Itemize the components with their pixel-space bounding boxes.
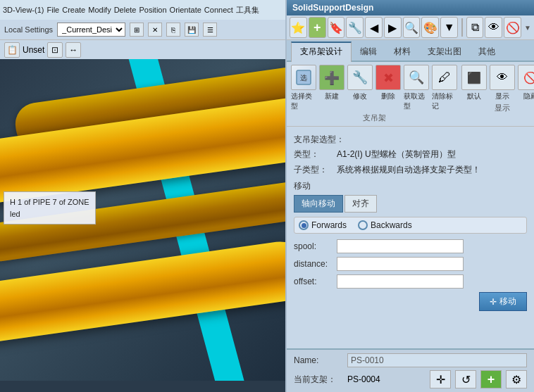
clear-mark-btn[interactable]: 🖊 [432, 65, 457, 90]
tab-other[interactable]: 其他 [470, 42, 504, 61]
tb-paint[interactable]: 🎨 [421, 17, 439, 38]
menu-create[interactable]: Create [62, 6, 85, 14]
move-tab-axial[interactable]: 轴向移动 [294, 195, 343, 213]
toolbar-btn-save[interactable]: 💾 [185, 23, 199, 37]
modify-icon: 🔧 [352, 70, 368, 85]
hanger-selection-title: 支吊架选型： [294, 134, 527, 146]
tb-arrow-left[interactable]: ◀ [365, 17, 383, 38]
tb-eye[interactable]: 👁 [485, 17, 502, 38]
hide2-icon: 👁 [497, 71, 508, 84]
3d-scene: H 1 of PIPE 7 of ZONE led [0, 59, 285, 381]
tb-layers[interactable]: ⧉ [466, 17, 484, 38]
unset-icon[interactable]: 📋 [4, 42, 20, 58]
viewport-toolbar: Local Settings _Current_Desi ⊞ ✕ ⎘ 💾 ☰ [0, 20, 285, 39]
tooltip-line1: H 1 of PIPE 7 of ZONE [10, 196, 89, 208]
get-selection-icon: 🔍 [409, 70, 424, 85]
select-type-btn[interactable]: 选 [291, 65, 316, 90]
bottom-section: Name: 当前支架： PS-0004 ✛ ↺ + ⚙ [287, 348, 534, 392]
hide3-group: 🚫 隐藏 [518, 65, 534, 101]
tb-magnify[interactable]: 🔍 [403, 17, 421, 38]
hide3-btn[interactable]: 🚫 [518, 65, 534, 90]
subtype-label: 子类型： [294, 164, 333, 176]
bottom-add-btn[interactable]: + [480, 370, 502, 388]
tb-wrench[interactable]: 🔧 [346, 17, 364, 38]
panel-title: SolidSupportDesign [292, 3, 373, 13]
spool-label: spool: [294, 241, 333, 251]
modify-label: 修改 [353, 91, 367, 101]
get-selection-btn[interactable]: 🔍 [404, 65, 429, 90]
hide3-icon: 🚫 [523, 71, 534, 84]
hide2-btn[interactable]: 👁 [490, 65, 515, 90]
offset-label: offset: [294, 277, 333, 286]
viewport-menubar: 3D-View-(1) File Create Modify Delete Po… [0, 0, 285, 20]
bottom-settings-btn[interactable]: ⚙ [506, 370, 527, 388]
hide2-label: 显示 [495, 91, 509, 101]
current-support-label: 当前支架： [294, 374, 343, 386]
tb-arrow-right[interactable]: ▶ [384, 17, 402, 38]
toolbar2-btn1[interactable]: ⊡ [47, 42, 63, 58]
new-btn[interactable] [319, 65, 344, 90]
menu-position[interactable]: Position [139, 6, 166, 14]
distance-label: distance: [294, 259, 333, 269]
offset-input[interactable] [337, 274, 464, 289]
tooltip-line2: led [10, 208, 89, 220]
menu-modify[interactable]: Modify [88, 6, 111, 14]
delete-group: 删除 [375, 65, 401, 111]
menu-3dview[interactable]: 3D-View-(1) [3, 6, 44, 14]
bottom-refresh-btn[interactable]: ↺ [455, 370, 476, 388]
subtype-value: 系统将根据规则自动选择支架子类型！ [337, 164, 527, 176]
clear-mark-label: 清除标记 [432, 91, 457, 111]
toolbar2-btn2[interactable]: ↔ [66, 42, 81, 58]
tb-yellow-star[interactable]: ⭐ [290, 17, 307, 38]
tab-drawing[interactable]: 支架出图 [419, 42, 470, 61]
menu-tools[interactable]: 工具集 [236, 5, 259, 15]
new-icon [324, 70, 340, 86]
clear-mark-icon: 🖊 [438, 70, 451, 85]
tab-row: 支吊架设计 编辑 材料 支架出图 其他 [287, 40, 534, 62]
toolbar-btn-close[interactable]: ✕ [148, 23, 162, 37]
tab-hanger-design[interactable]: 支吊架设计 [291, 42, 352, 62]
move-tab-align[interactable]: 对齐 [344, 195, 377, 213]
offset-row: offset: [294, 274, 527, 289]
hanger-tools-group: 选 选择类型 新建 🔧 修改 [291, 65, 457, 123]
name-input[interactable] [347, 353, 527, 367]
tab-edit[interactable]: 编辑 [352, 42, 385, 61]
radio-forwards[interactable]: Forwards [299, 220, 347, 230]
tb-dropdown2[interactable]: ▼ [524, 24, 531, 32]
bottom-actions: 当前支架： PS-0004 ✛ ↺ + ⚙ [294, 370, 527, 388]
radio-row: Forwards Backwards [294, 217, 527, 234]
hide1-btn[interactable]: ⬛ [461, 65, 487, 90]
type-label: 类型： [294, 148, 333, 160]
delete-icon [383, 70, 394, 86]
menu-delete[interactable]: Delete [114, 6, 137, 14]
toolbar-btn-copy[interactable]: ⎘ [166, 23, 180, 37]
tb-plus-green[interactable]: + [309, 17, 326, 38]
hide1-icon: ⬛ [467, 71, 481, 84]
bottom-move-btn[interactable]: ✛ [430, 370, 451, 388]
distance-input[interactable] [337, 257, 464, 271]
tb-bookmark[interactable]: 🔖 [328, 17, 345, 38]
toolbar-btn-menu[interactable]: ☰ [203, 23, 217, 37]
radio-backwards-label: Backwards [371, 220, 412, 230]
spool-input[interactable] [337, 239, 464, 253]
unset-label: Unset [23, 45, 44, 55]
menu-file[interactable]: File [46, 6, 59, 14]
select-type-label: 选择类型 [291, 91, 316, 111]
new-group: 新建 [319, 65, 344, 111]
tb-dropdown1[interactable]: ▼ [440, 17, 458, 38]
menu-connect[interactable]: Connect [204, 6, 233, 14]
radio-backwards[interactable]: Backwards [358, 220, 412, 230]
delete-btn[interactable] [375, 65, 401, 90]
toolbar-btn-expand[interactable]: ⊞ [130, 23, 144, 37]
current-design-select[interactable]: _Current_Desi [57, 23, 125, 37]
display-tools-group: ⬛ 默认 👁 显示 🚫 隐藏 显示 [461, 65, 534, 113]
tb-hide[interactable]: 🚫 [504, 17, 521, 38]
subtype-row: 子类型： 系统将根据规则自动选择支架子类型！ [294, 164, 527, 176]
hide3-label: 隐藏 [523, 91, 534, 101]
spool-row: spool: [294, 239, 527, 253]
move-action-btn[interactable]: ✛ 移动 [479, 292, 527, 311]
modify-btn[interactable]: 🔧 [347, 65, 373, 90]
menu-orientate[interactable]: Orientate [170, 6, 201, 14]
hanger-section-title: 支吊架 [363, 113, 386, 123]
tab-material[interactable]: 材料 [385, 42, 419, 61]
